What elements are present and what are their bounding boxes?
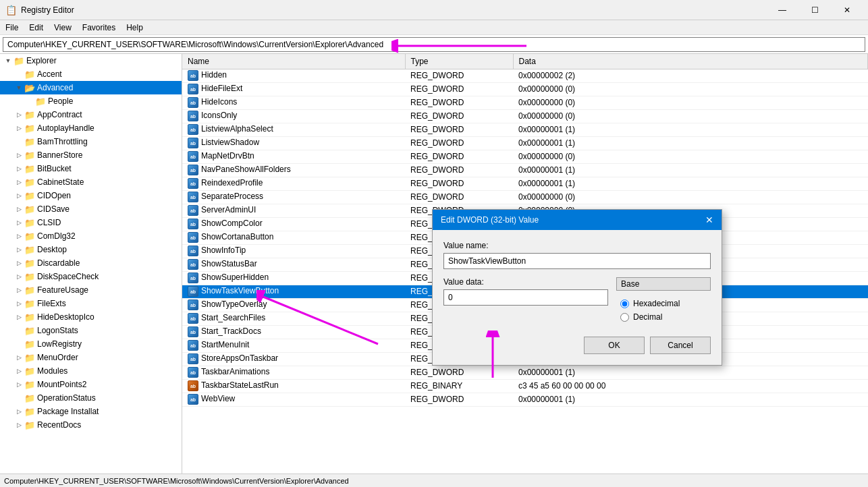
col-header-type[interactable]: Type xyxy=(405,54,513,69)
expand-clsid[interactable]: ▷ xyxy=(13,217,24,228)
tree-item-featureusage[interactable]: ▷ 📁 FeatureUsage xyxy=(0,283,182,297)
radio-hex[interactable]: Hexadecimal xyxy=(620,299,707,308)
expand-mountpoints2[interactable]: ▷ xyxy=(13,379,24,390)
table-row[interactable]: abListviewShadow REG_DWORD 0x00000001 (1… xyxy=(182,136,868,150)
tree-item-fileexts[interactable]: ▷ 📁 FileExts xyxy=(0,297,182,310)
expand-autoplayhandle[interactable]: ▷ xyxy=(13,123,24,134)
menu-edit[interactable]: Edit xyxy=(24,22,49,34)
cell-name: abListviewAlphaSelect xyxy=(182,123,405,136)
folder-icon-advanced: 📂 xyxy=(24,83,35,93)
col-header-name[interactable]: Name xyxy=(182,54,405,69)
tree-item-comdlg32[interactable]: ▷ 📁 ComDlg32 xyxy=(0,229,182,243)
expand-modules[interactable]: ▷ xyxy=(13,366,24,376)
folder-icon-bannerstore: 📁 xyxy=(24,150,35,161)
tree-item-mountpoints2[interactable]: ▷ 📁 MountPoints2 xyxy=(0,378,182,391)
radio-hex-input[interactable] xyxy=(620,299,629,308)
tree-item-logonstats[interactable]: 📁 LogonStats xyxy=(0,324,182,337)
table-row[interactable]: abWebView REG_DWORD 0x00000001 (1) xyxy=(182,393,868,406)
cell-type: REG_DWORD xyxy=(405,150,513,163)
tree-item-bitbucket[interactable]: ▷ 📁 BitBucket xyxy=(0,162,182,175)
expand-explorer[interactable]: ▼ xyxy=(3,55,13,66)
expand-bannerstore[interactable]: ▷ xyxy=(13,150,24,161)
table-row[interactable]: abIconsOnly REG_DWORD 0x00000000 (0) xyxy=(182,109,868,123)
cell-type: REG_DWORD xyxy=(405,123,513,136)
edit-dword-dialog[interactable]: Edit DWORD (32-bit) Value ✕ Value name: … xyxy=(432,209,722,366)
menu-favorites[interactable]: Favorites xyxy=(77,22,121,34)
radio-dec[interactable]: Decimal xyxy=(620,312,707,322)
radio-dec-input[interactable] xyxy=(620,313,629,322)
tree-label-cidsave: CIDSave xyxy=(37,204,70,214)
value-data-input[interactable] xyxy=(443,289,608,306)
cell-type: REG_DWORD xyxy=(405,366,513,379)
tree-item-menuorder[interactable]: ▷ 📁 MenuOrder xyxy=(0,351,182,364)
table-row[interactable]: abSeparateProcess REG_DWORD 0x00000000 (… xyxy=(182,190,868,204)
tree-item-cidopen[interactable]: ▷ 📁 CIDOpen xyxy=(0,189,182,202)
radio-group: Hexadecimal Decimal xyxy=(616,295,711,326)
tree-item-accent[interactable]: ▷ 📁 Accent xyxy=(0,67,182,81)
table-row[interactable]: abListviewAlphaSelect REG_DWORD 0x000000… xyxy=(182,123,868,136)
radio-hex-label: Hexadecimal xyxy=(633,299,680,308)
table-row[interactable]: abTaskbarAnimations REG_DWORD 0x00000001… xyxy=(182,366,868,379)
cell-name: abTaskbarStateLastRun xyxy=(182,379,405,393)
tree-item-explorer[interactable]: ▼ 📁 Explorer xyxy=(0,54,182,67)
tree-item-discardable[interactable]: ▷ 📁 Discardable xyxy=(0,256,182,270)
menu-file[interactable]: File xyxy=(0,22,24,34)
value-name-input[interactable] xyxy=(443,253,711,269)
tree-item-clsid[interactable]: ▷ 📁 CLSID xyxy=(0,216,182,229)
tree-item-bamthrottling[interactable]: 📁 BamThrottling xyxy=(0,135,182,148)
expand-diskspacecheck[interactable]: ▷ xyxy=(13,271,24,282)
expand-comdlg32[interactable]: ▷ xyxy=(13,231,24,241)
tree-label-mountpoints2: MountPoints2 xyxy=(37,380,86,389)
minimize-button[interactable]: — xyxy=(767,0,798,20)
expand-advanced[interactable]: ▼ xyxy=(13,82,24,93)
tree-item-diskspacecheck[interactable]: ▷ 📁 DiskSpaceCheck xyxy=(0,270,182,283)
cell-name: abShowCompColor xyxy=(182,217,405,231)
ok-button[interactable]: OK xyxy=(584,337,645,354)
app-icon: 📋 xyxy=(5,5,17,16)
table-row[interactable]: abTaskbarStateLastRun REG_BINARY c3 45 a… xyxy=(182,379,868,393)
expand-cabinetstate[interactable]: ▷ xyxy=(13,177,24,188)
tree-item-modules[interactable]: ▷ 📁 Modules xyxy=(0,364,182,378)
expand-fileexts[interactable]: ▷ xyxy=(13,298,24,309)
tree-item-hidedesktopico[interactable]: ▷ 📁 HideDesktopIco xyxy=(0,310,182,324)
expand-desktop[interactable]: ▷ xyxy=(13,244,24,255)
close-button[interactable]: ✕ xyxy=(832,0,863,20)
cancel-button[interactable]: Cancel xyxy=(650,337,711,354)
table-row[interactable]: abHidden REG_DWORD 0x00000002 (2) xyxy=(182,69,868,82)
folder-icon-recentdocs: 📁 xyxy=(24,420,35,430)
menu-help[interactable]: Help xyxy=(121,22,148,34)
expand-featureusage[interactable]: ▷ xyxy=(13,285,24,295)
expand-hidedesktopico[interactable]: ▷ xyxy=(13,312,24,322)
maximize-button[interactable]: ☐ xyxy=(799,0,830,20)
tree-item-desktop[interactable]: ▷ 📁 Desktop xyxy=(0,243,182,256)
expand-menuorder[interactable]: ▷ xyxy=(13,352,24,363)
tree-item-people[interactable]: 📁 People xyxy=(0,94,182,108)
tree-item-appcontract[interactable]: ▷ 📁 AppContract xyxy=(0,108,182,121)
expand-cidsave[interactable]: ▷ xyxy=(13,204,24,214)
dialog-close-button[interactable]: ✕ xyxy=(703,213,716,227)
tree-item-recentdocs[interactable]: ▷ 📁 RecentDocs xyxy=(0,418,182,432)
expand-discardable[interactable]: ▷ xyxy=(13,258,24,268)
tree-item-cidsave[interactable]: ▷ 📁 CIDSave xyxy=(0,202,182,216)
tree-item-cabinetstate[interactable]: ▷ 📁 CabinetState xyxy=(0,175,182,189)
table-row[interactable]: abHideFileExt REG_DWORD 0x00000000 (0) xyxy=(182,82,868,96)
tree-item-lowregistry[interactable]: 📁 LowRegistry xyxy=(0,337,182,351)
col-header-data[interactable]: Data xyxy=(513,54,868,69)
table-row[interactable]: abHideIcons REG_DWORD 0x00000000 (0) xyxy=(182,96,868,109)
expand-appcontract[interactable]: ▷ xyxy=(13,109,24,120)
cell-name: abNavPaneShowAllFolders xyxy=(182,163,405,177)
expand-bitbucket[interactable]: ▷ xyxy=(13,163,24,174)
table-row[interactable]: abMapNetDrvBtn REG_DWORD 0x00000000 (0) xyxy=(182,150,868,163)
tree-item-bannerstore[interactable]: ▷ 📁 BannerStore xyxy=(0,148,182,162)
expand-packageinstallat[interactable]: ▷ xyxy=(13,406,24,417)
expand-cidopen[interactable]: ▷ xyxy=(13,190,24,201)
address-input[interactable] xyxy=(3,37,865,52)
table-row[interactable]: abNavPaneShowAllFolders REG_DWORD 0x0000… xyxy=(182,163,868,177)
table-row[interactable]: abReindexedProfile REG_DWORD 0x00000001 … xyxy=(182,177,868,190)
tree-item-autoplayhandle[interactable]: ▷ 📁 AutoplayHandle xyxy=(0,121,182,135)
menu-view[interactable]: View xyxy=(49,22,77,34)
tree-item-packageinstallat[interactable]: ▷ 📁 Package Installat xyxy=(0,405,182,418)
tree-item-advanced[interactable]: ▼ 📂 Advanced xyxy=(0,81,182,94)
expand-recentdocs[interactable]: ▷ xyxy=(13,420,24,430)
tree-item-operationstatus[interactable]: 📁 OperationStatus xyxy=(0,391,182,405)
